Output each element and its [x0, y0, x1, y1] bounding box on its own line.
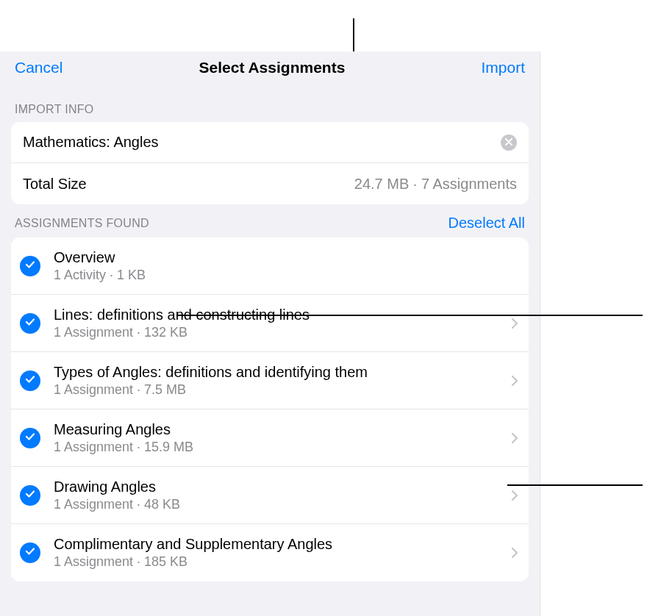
assignment-text: Drawing Angles1 Assignment · 48 KB [54, 479, 505, 512]
chevron-right-icon [511, 375, 518, 387]
import-name-row [11, 122, 529, 163]
assignment-text: Measuring Angles1 Assignment · 15.9 MB [54, 421, 505, 455]
assignment-title: Drawing Angles [54, 479, 505, 495]
assignment-row[interactable]: Overview1 Activity · 1 KB [11, 237, 529, 295]
assignment-row[interactable]: Types of Angles: definitions and identif… [11, 352, 529, 409]
assignments-list: Overview1 Activity · 1 KBLines: definiti… [11, 237, 529, 581]
selection-checkmark[interactable] [20, 370, 40, 391]
chevron-right-icon [511, 490, 518, 501]
page-title: Select Assignments [199, 59, 346, 76]
assignment-subtitle: 1 Assignment · 185 KB [54, 554, 505, 570]
total-size-row: Total Size 24.7 MB · 7 Assignments [11, 163, 529, 204]
checkmark-icon [25, 317, 35, 330]
selection-checkmark[interactable] [20, 313, 40, 334]
import-info-section-label: IMPORT INFO [0, 90, 540, 121]
chevron-right-icon [511, 432, 518, 444]
cancel-button[interactable]: Cancel [15, 59, 62, 76]
selection-checkmark[interactable] [20, 256, 40, 276]
deselect-all-button[interactable]: Deselect All [448, 215, 540, 232]
assignment-title: Measuring Angles [54, 421, 505, 438]
assignment-subtitle: 1 Assignment · 7.5 MB [54, 382, 505, 398]
assignment-subtitle: 1 Assignment · 132 KB [54, 325, 505, 340]
assignment-row[interactable]: Complimentary and Supplementary Angles1 … [11, 524, 529, 581]
assignment-subtitle: 1 Assignment · 15.9 MB [54, 440, 505, 455]
assignment-title: Overview [54, 249, 518, 266]
chevron-right-icon [511, 318, 518, 329]
checkmark-icon [25, 546, 35, 559]
clear-name-button[interactable] [501, 135, 517, 151]
assignment-title: Types of Angles: definitions and identif… [54, 364, 505, 381]
header-bar: Cancel Select Assignments Import [0, 51, 540, 90]
checkmark-icon [25, 374, 35, 387]
checkmark-icon [25, 431, 35, 445]
import-button[interactable]: Import [481, 59, 525, 76]
callout-line-chevron [507, 484, 643, 486]
selection-checkmark[interactable] [20, 485, 40, 506]
total-size-label: Total Size [23, 176, 87, 193]
total-size-value: 24.7 MB · 7 Assignments [354, 176, 517, 193]
checkmark-icon [25, 259, 35, 273]
assignments-found-label: ASSIGNMENTS FOUND [15, 217, 149, 230]
assignment-title: Complimentary and Supplementary Angles [54, 536, 505, 553]
assignment-text: Types of Angles: definitions and identif… [54, 364, 505, 398]
assignment-text: Lines: definitions and constructing line… [54, 307, 505, 340]
callout-line-overview [176, 315, 643, 316]
chevron-right-icon [511, 547, 518, 559]
assignment-row[interactable]: Lines: definitions and constructing line… [11, 295, 529, 352]
assignment-row[interactable]: Drawing Angles1 Assignment · 48 KB [11, 467, 529, 524]
checkmark-icon [25, 489, 35, 502]
assignments-section-header: ASSIGNMENTS FOUND Deselect All [0, 204, 540, 236]
assignment-text: Overview1 Activity · 1 KB [54, 249, 518, 283]
selection-checkmark[interactable] [20, 542, 40, 563]
assignment-row[interactable]: Measuring Angles1 Assignment · 15.9 MB [11, 409, 529, 467]
assignment-subtitle: 1 Activity · 1 KB [54, 268, 518, 283]
selection-checkmark[interactable] [20, 428, 40, 448]
import-name-input[interactable] [23, 134, 501, 151]
assignment-subtitle: 1 Assignment · 48 KB [54, 497, 505, 512]
close-icon [505, 137, 512, 148]
select-assignments-panel: Cancel Select Assignments Import IMPORT … [0, 51, 540, 616]
assignment-text: Complimentary and Supplementary Angles1 … [54, 536, 505, 570]
import-info-card: Total Size 24.7 MB · 7 Assignments [11, 122, 529, 204]
